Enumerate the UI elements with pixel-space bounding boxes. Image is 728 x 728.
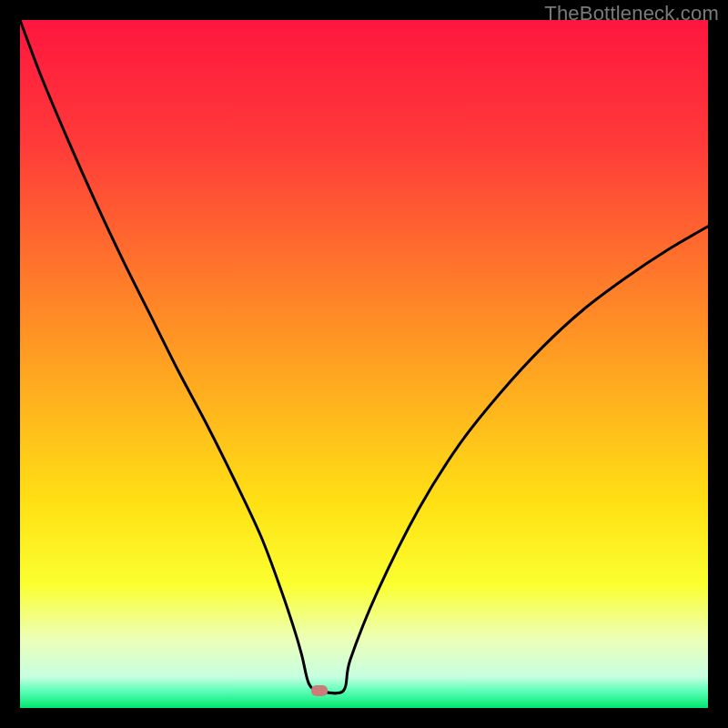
watermark-text: TheBottleneck.com bbox=[544, 2, 719, 25]
plot-area bbox=[20, 20, 708, 708]
chart-svg bbox=[20, 20, 708, 708]
optimal-point-marker bbox=[311, 685, 328, 696]
chart-frame: TheBottleneck.com bbox=[0, 0, 728, 728]
gradient-background bbox=[20, 20, 708, 708]
